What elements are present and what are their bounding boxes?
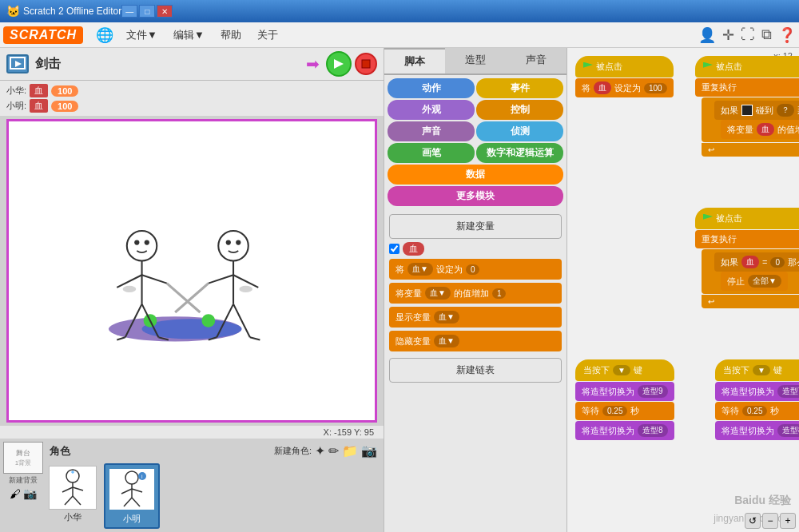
- folder-icon[interactable]: 📁: [342, 443, 358, 459]
- camera-icon[interactable]: 📷: [361, 443, 377, 459]
- tab-script[interactable]: 脚本: [384, 48, 445, 73]
- script-costume-5b[interactable]: 将造型切换为 造型8: [715, 421, 799, 440]
- script-hat-1[interactable]: 被点击: [575, 56, 674, 77]
- star-icon[interactable]: ✦: [315, 443, 325, 459]
- svg-rect-3: [362, 60, 370, 68]
- paint-bg-icon[interactable]: 🖌: [10, 487, 21, 500]
- fullscreen-icon[interactable]: ⛶: [741, 26, 755, 43]
- script-costume-4b[interactable]: 将造型切换为 造型8: [575, 421, 674, 440]
- block-change-var[interactable]: 将变量 血▼ 的值增加 1: [389, 283, 562, 304]
- sprites-header: 角色 新建角色: ✦ ✏ 📁 📷: [46, 442, 380, 460]
- script-stop-3[interactable]: 停止 全部▼: [721, 272, 788, 291]
- stage-icon: [6, 54, 29, 73]
- hat-label-1: 被点击: [596, 61, 622, 73]
- script-repeat-2[interactable]: 重复执行: [695, 78, 799, 97]
- cat-control[interactable]: 控制: [476, 100, 563, 120]
- svg-line-37: [65, 496, 73, 505]
- block-show-var[interactable]: 显示变量 血▼: [389, 307, 562, 328]
- cat-looks[interactable]: 外观: [388, 100, 475, 120]
- cat-more[interactable]: 更多模块: [388, 186, 563, 206]
- cat-events[interactable]: 事件: [476, 78, 563, 98]
- tab-sound[interactable]: 声音: [506, 48, 566, 73]
- add-icon[interactable]: ✛: [722, 26, 734, 44]
- turbo-icon[interactable]: ⧉: [761, 26, 772, 43]
- zoom-reset[interactable]: ↺: [745, 513, 761, 529]
- minimize-button[interactable]: —: [121, 5, 137, 18]
- new-list-button[interactable]: 新建链表: [389, 358, 562, 383]
- script-hat-2[interactable]: 被点击: [695, 56, 799, 77]
- edit-menu[interactable]: 编辑▼: [167, 25, 211, 46]
- script-key-4: ▼: [613, 365, 630, 375]
- script-if-2[interactable]: 如果 碰到 ？ 那么: [714, 101, 799, 120]
- file-menu[interactable]: 文件▼: [120, 25, 164, 46]
- svg-line-45: [124, 498, 132, 506]
- variable-display: 小华: 血 100 小明: 血 100: [0, 81, 384, 116]
- script-hat-4[interactable]: 当按下 ▼ 键: [575, 359, 674, 381]
- account-icon[interactable]: 👤: [698, 26, 716, 44]
- help-icon[interactable]: ❓: [778, 26, 796, 44]
- new-variable-button[interactable]: 新建变量: [389, 214, 562, 239]
- script-costume-4a[interactable]: 将造型切换为 造型9: [575, 382, 674, 401]
- svg-point-22: [226, 240, 231, 244]
- script-wait-4[interactable]: 等待 0.25 秒: [575, 402, 674, 420]
- script-hat-5[interactable]: 当按下 ▼ 键: [715, 359, 799, 381]
- script-zero-3: 0: [770, 257, 785, 268]
- new-sprite-label: 新建角色:: [274, 445, 312, 457]
- close-button[interactable]: ✕: [157, 5, 173, 18]
- block-var-name: 血▼: [407, 263, 433, 276]
- script-stack-5: 当按下 ▼ 键 将造型切换为 造型7 等待 0.25 秒 将造型切换为 造型8: [715, 359, 799, 440]
- green-flag-button[interactable]: [326, 51, 352, 77]
- middle-panel: 脚本 造型 声音 动作 事件 外观 控制 声音 侦测 画笔 数字和逻辑运算 数据…: [384, 48, 567, 532]
- stage-label: 舞台: [16, 448, 30, 459]
- help-menu[interactable]: 帮助: [214, 25, 248, 46]
- maximize-button[interactable]: □: [139, 5, 155, 18]
- sprite-item-xiaohua[interactable]: 小华: [46, 463, 99, 529]
- globe-icon[interactable]: 🌐: [96, 26, 113, 44]
- script-wait-5[interactable]: 等待 0.25 秒: [715, 402, 799, 420]
- blocks-area: 新建变量 血 将 血▼ 设定为 0 将变量 血▼ 的值增加 1 显示变量 血▼ …: [384, 209, 566, 532]
- zoom-in[interactable]: +: [780, 513, 796, 529]
- stage-svg: [9, 121, 375, 420]
- script-varname-2: 血: [757, 123, 774, 136]
- paint-icon[interactable]: ✏: [328, 443, 339, 459]
- block-hide-var[interactable]: 隐藏变量 血▼: [389, 331, 562, 351]
- cat-pen[interactable]: 画笔: [388, 143, 475, 163]
- svg-point-6: [142, 319, 242, 339]
- cat-sensing[interactable]: 侦测: [476, 121, 563, 141]
- block-set-var[interactable]: 将 血▼ 设定为 0: [389, 259, 562, 280]
- cat-data[interactable]: 数据: [388, 165, 563, 185]
- right-panel: x: 12 y: 5 被点击 将 血 设定为 100 被点击 重: [567, 48, 799, 532]
- script-blood-3: 血: [741, 256, 759, 268]
- hat-label-3: 被点击: [716, 212, 742, 224]
- sprites-title: 角色: [50, 444, 70, 459]
- scripts-area[interactable]: 被点击 将 血 设定为 100 被点击 重复执行 如果 碰到 ？ 那么: [567, 48, 799, 532]
- script-costume-5a[interactable]: 将造型切换为 造型7: [715, 382, 799, 401]
- script-hat-3[interactable]: 被点击: [695, 208, 799, 229]
- titlebar: 🐱 Scratch 2 Offline Editor — □ ✕: [0, 0, 799, 22]
- stop-button[interactable]: [355, 53, 377, 75]
- tab-costume[interactable]: 造型: [445, 48, 506, 73]
- new-bg-label: 新建背景: [9, 475, 38, 486]
- var-label-xiaoming: 小明:: [6, 100, 26, 112]
- cat-sound[interactable]: 声音: [388, 121, 475, 141]
- var-badge: 血: [403, 242, 424, 256]
- svg-point-32: [239, 286, 252, 292]
- photo-bg-icon[interactable]: 📷: [23, 487, 37, 500]
- script-wait-val-4: 0.25: [602, 406, 627, 416]
- script-val-1: 100: [644, 83, 667, 93]
- var-checkbox[interactable]: [389, 244, 400, 254]
- about-menu[interactable]: 关于: [251, 25, 284, 46]
- block-hide-varname: 血▼: [434, 335, 459, 347]
- script-repeat-3[interactable]: 重复执行: [695, 230, 799, 248]
- zoom-out[interactable]: −: [762, 513, 778, 529]
- cat-operators[interactable]: 数字和逻辑运算: [476, 143, 563, 163]
- script-if-3[interactable]: 如果 血 = 0 那么: [714, 252, 799, 272]
- script-set-blood[interactable]: 将 血 设定为 100: [575, 78, 674, 97]
- script-change-2[interactable]: 将变量 血 的值增加 -0.25: [721, 120, 799, 139]
- categories: 动作 事件 外观 控制 声音 侦测 画笔 数字和逻辑运算 数据 更多模块: [384, 75, 566, 209]
- left-panel: 剑击 ➡ 小华: 血 100: [0, 48, 384, 532]
- menubar: SCRATCH 🌐 文件▼ 编辑▼ 帮助 关于 👤 ✛ ⛶ ⧉ ❓: [0, 22, 799, 48]
- sprite-item-xiaoming[interactable]: i 小明: [104, 463, 160, 529]
- cat-motion[interactable]: 动作: [388, 78, 475, 98]
- coords-display: X: -159 Y: 95: [0, 426, 384, 439]
